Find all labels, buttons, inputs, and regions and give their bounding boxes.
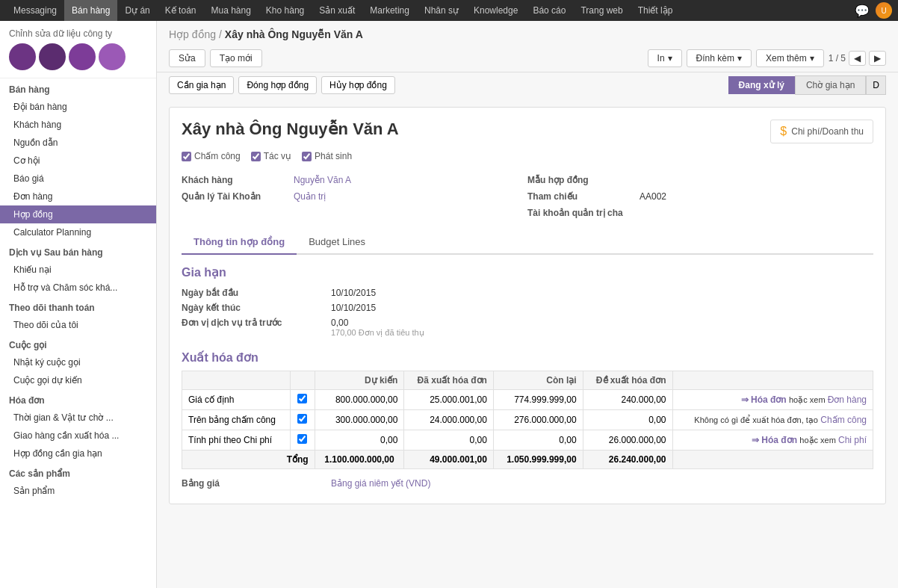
- section-gia-han-title: Gia hạn: [182, 265, 873, 279]
- print-button[interactable]: In ▾: [648, 49, 682, 67]
- prev-page-button[interactable]: ◀: [849, 51, 866, 66]
- create-button[interactable]: Tạo mới: [210, 49, 262, 67]
- table-row: Giá cố định 800.000.000,00 25.000.001,00…: [182, 390, 873, 410]
- sidebar-item-hop-dong-gia-han[interactable]: Hợp đồng cần gia hạn: [0, 445, 156, 462]
- row3-du-kien: 0,00: [315, 430, 404, 451]
- nav-item-san-xuat[interactable]: Sản xuất: [312, 0, 362, 21]
- row1-check[interactable]: [291, 390, 315, 410]
- attach-button[interactable]: Đính kèm ▾: [687, 49, 752, 67]
- row2-check[interactable]: [291, 410, 315, 430]
- section-hoa-don: Hóa đơn: [0, 389, 156, 409]
- nav-item-marketing[interactable]: Marketing: [362, 0, 417, 21]
- sidebar-item-co-hoi[interactable]: Cơ hội: [0, 152, 156, 170]
- sidebar-item-ho-tro[interactable]: Hỗ trợ và Chăm sóc khá...: [0, 279, 156, 297]
- field-tai-khoan-cha: Tài khoản quản trị cha: [527, 205, 873, 221]
- next-page-button[interactable]: ▶: [869, 51, 886, 66]
- sidebar-item-san-pham[interactable]: Sản phẩm: [0, 482, 156, 500]
- more-dropdown-icon: ▾: [810, 53, 814, 64]
- main-content: Hợp đồng / Xây nhà Ông Nguyễn Văn A Sửa …: [157, 21, 898, 588]
- bao-gia-link[interactable]: Bảng giá niêm yết (VND): [331, 478, 430, 489]
- sidebar-item-nhat-ky[interactable]: Nhật ký cuộc gọi: [0, 353, 156, 371]
- nav-item-trang-web[interactable]: Trang web: [573, 0, 630, 21]
- col-con-lai: Còn lại: [493, 371, 583, 390]
- edit-button[interactable]: Sửa: [169, 49, 205, 67]
- logo-circle-1: [9, 43, 36, 70]
- status-cho-gia-han[interactable]: Chờ gia hạn: [795, 75, 866, 95]
- row3-con-lai: 0,00: [493, 430, 583, 451]
- sidebar-item-giao-hang[interactable]: Giao hàng cần xuất hóa ...: [0, 427, 156, 445]
- sidebar-item-khieu-nai[interactable]: Khiếu nại: [0, 261, 156, 279]
- form-card-header: Xây nhà Ông Nguyễn Văn A $ Chi phí/Doanh…: [182, 120, 873, 143]
- bao-gia-row: Bảng giá Bảng giá niêm yết (VND): [182, 475, 873, 492]
- message-icon[interactable]: 💬: [855, 4, 870, 18]
- quan-ly-link[interactable]: Quản trị: [294, 191, 326, 202]
- checkbox-tac-vu[interactable]: Tác vụ: [251, 151, 291, 161]
- status-bar: Cần gia hạn Đóng hợp đồng Hủy hợp đồng Đ…: [157, 72, 898, 98]
- field-ngay-bat-dau: Ngày bắt đầu 10/10/2015: [182, 285, 873, 300]
- status-next[interactable]: D: [866, 75, 886, 95]
- row1-con-lai: 774.999.999,00: [493, 390, 583, 410]
- sidebar-item-theo-doi-toi[interactable]: Theo dõi của tôi: [0, 316, 156, 334]
- toolbar: Sửa Tạo mới In ▾ Đính kèm ▾ Xem thêm ▾ 1…: [157, 45, 898, 72]
- field-don-vi-dich-vu: Đơn vị dịch vụ trả trước 0,00 170,00 Đơn…: [182, 315, 873, 340]
- table-footer-row: Tổng 1.100.000.000,00 49.000.001,00 1.05…: [182, 451, 873, 469]
- footer-con-lai: 1.050.999.999,00: [493, 451, 583, 469]
- sidebar: Chỉnh sửa dữ liệu công ty Bán hàng Đội b…: [0, 21, 157, 588]
- col-name: [182, 371, 291, 390]
- col-da-xuat: Đã xuất hóa đơn: [404, 371, 494, 390]
- row1-action: ⇒ Hóa đơn hoặc xem Đơn hàng: [672, 390, 873, 410]
- company-label[interactable]: Chỉnh sửa dữ liệu công ty: [0, 21, 156, 78]
- nav-item-ke-toan[interactable]: Kế toán: [158, 0, 204, 21]
- field-ngay-ket-thuc: Ngày kết thúc 10/10/2015: [182, 300, 873, 315]
- nav-item-du-an[interactable]: Dự án: [117, 0, 157, 21]
- print-dropdown-icon: ▾: [668, 53, 672, 64]
- khach-hang-link[interactable]: Nguyễn Văn A: [294, 175, 351, 185]
- nav-right: 💬 U: [855, 2, 892, 19]
- nav-item-kho-hang[interactable]: Kho hàng: [258, 0, 312, 21]
- col-action: [672, 371, 873, 390]
- row3-check[interactable]: [291, 430, 315, 451]
- cost-revenue-button[interactable]: $ Chi phí/Doanh thu: [770, 120, 873, 143]
- sidebar-item-doi-ban-hang[interactable]: Đội bán hàng: [0, 98, 156, 116]
- row2-du-kien: 300.000.000,00: [315, 410, 404, 430]
- attach-dropdown-icon: ▾: [737, 53, 742, 64]
- can-gia-han-button[interactable]: Cần gia hạn: [169, 76, 234, 94]
- nav-item-thiet-lap[interactable]: Thiết lập: [631, 0, 681, 21]
- nav-item-mua-hang[interactable]: Mua hàng: [203, 0, 258, 21]
- sidebar-item-bao-gia[interactable]: Báo giá: [0, 170, 156, 188]
- row2-name: Trên bảng chấm công: [182, 410, 291, 430]
- sidebar-item-calculator-planning[interactable]: Calculator Planning: [0, 223, 156, 241]
- contract-title: Xây nhà Ông Nguyễn Văn A: [182, 120, 399, 139]
- nav-item-knowledge[interactable]: Knowledge: [466, 0, 525, 21]
- tab-thong-tin[interactable]: Thông tin hợp đồng: [182, 230, 297, 255]
- status-active[interactable]: Đang xử lý: [728, 76, 795, 94]
- checkboxes: Chấm công Tác vụ Phát sinh: [182, 151, 873, 161]
- tabs: Thông tin hợp đồng Budget Lines: [182, 230, 873, 255]
- logo-circle-2: [39, 43, 66, 70]
- nav-item-bao-cao[interactable]: Báo cáo: [525, 0, 573, 21]
- checkbox-phat-sinh[interactable]: Phát sinh: [302, 151, 352, 161]
- sidebar-item-thoi-gian[interactable]: Thời gian & Vật tư chờ ...: [0, 409, 156, 427]
- nav-item-messaging[interactable]: Messaging: [6, 0, 64, 21]
- sidebar-item-nguon-dan[interactable]: Nguồn dẫn: [0, 134, 156, 152]
- section-cuoc-goi: Cuộc gọi: [0, 334, 156, 353]
- top-navigation: Messaging Bán hàng Dự án Kế toán Mua hàn…: [0, 0, 898, 21]
- form-card: Xây nhà Ông Nguyễn Văn A $ Chi phí/Doanh…: [169, 107, 886, 504]
- nav-item-nhan-su[interactable]: Nhân sự: [417, 0, 466, 21]
- sidebar-item-don-hang[interactable]: Đơn hàng: [0, 188, 156, 205]
- more-button[interactable]: Xem thêm ▾: [756, 49, 824, 67]
- sidebar-item-hop-dong[interactable]: Hợp đồng: [0, 205, 156, 223]
- gia-han-fields: Ngày bắt đầu 10/10/2015 Ngày kết thúc 10…: [182, 285, 873, 340]
- user-avatar[interactable]: U: [876, 2, 892, 19]
- sidebar-item-khach-hang[interactable]: Khách hàng: [0, 116, 156, 134]
- status-flow: Đang xử lý Chờ gia hạn D: [728, 75, 886, 95]
- fields-left: Khách hàng Nguyễn Văn A Quản lý Tài Khoả…: [182, 172, 527, 221]
- nav-item-ban-hang[interactable]: Bán hàng: [64, 0, 117, 21]
- breadcrumb-parent[interactable]: Hợp đồng: [169, 28, 216, 40]
- dong-hop-dong-button[interactable]: Đóng hợp đồng: [238, 76, 317, 94]
- checkbox-cham-cong[interactable]: Chấm công: [182, 151, 241, 161]
- logo-circle-3: [69, 43, 96, 70]
- tab-budget-lines[interactable]: Budget Lines: [297, 230, 377, 255]
- huy-hop-dong-button[interactable]: Hủy hợp đồng: [321, 76, 395, 94]
- sidebar-item-cuoc-goi-du-kien[interactable]: Cuộc gọi dự kiến: [0, 371, 156, 389]
